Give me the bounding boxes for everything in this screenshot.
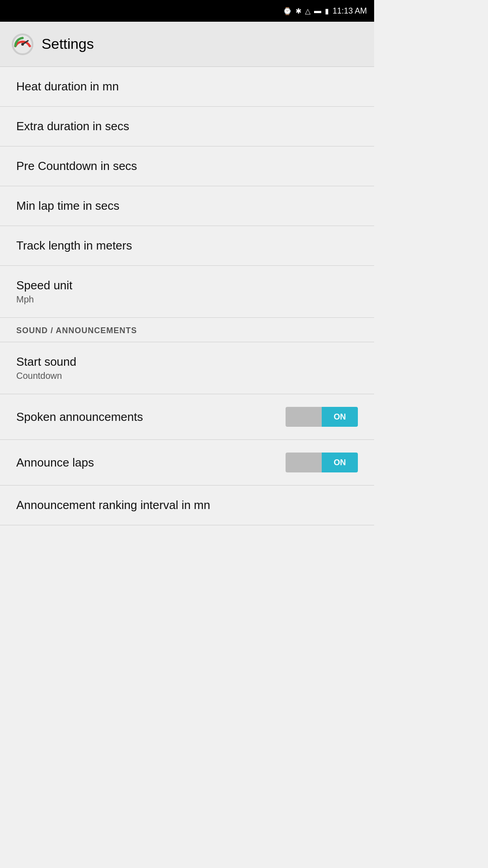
signal-icon: ▬ xyxy=(314,7,321,15)
spoken-announcements-toggle[interactable]: ON xyxy=(286,407,358,427)
status-time: 11:13 AM xyxy=(333,6,367,16)
setting-speed-unit-value: Mph xyxy=(16,294,72,305)
bluetooth-icon2: ✱ xyxy=(296,7,301,15)
app-bar: Settings xyxy=(0,22,374,67)
setting-extra-duration-label: Extra duration in secs xyxy=(16,119,129,133)
setting-track-length-label: Track length in meters xyxy=(16,239,132,253)
setting-extra-duration[interactable]: Extra duration in secs xyxy=(0,107,374,146)
setting-speed-unit[interactable]: Speed unit Mph xyxy=(0,266,374,318)
app-logo xyxy=(11,33,34,56)
setting-min-lap-time[interactable]: Min lap time in secs xyxy=(0,186,374,226)
setting-pre-countdown-label: Pre Countdown in secs xyxy=(16,159,137,173)
toggle-on-spoken: ON xyxy=(322,407,358,427)
setting-heat-duration-label: Heat duration in mn xyxy=(16,80,119,94)
setting-start-sound-value: Countdown xyxy=(16,371,76,381)
setting-announce-laps-label: Announce laps xyxy=(16,456,94,470)
setting-start-sound[interactable]: Start sound Countdown xyxy=(0,342,374,394)
toggle-off-spoken xyxy=(286,407,322,427)
setting-announcement-ranking-label: Announcement ranking interval in mn xyxy=(16,498,210,512)
setting-spoken-label: Spoken announcements xyxy=(16,410,143,424)
setting-min-lap-time-label: Min lap time in secs xyxy=(16,199,119,213)
setting-start-sound-label: Start sound xyxy=(16,355,76,369)
setting-announce-laps[interactable]: Announce laps ON xyxy=(0,440,374,486)
setting-pre-countdown[interactable]: Pre Countdown in secs xyxy=(0,146,374,186)
battery-icon: ▮ xyxy=(325,7,329,15)
status-bar: ⌚ ✱ △ ▬ ▮ 11:13 AM xyxy=(0,0,374,22)
section-sound-label: SOUND / ANNOUNCEMENTS xyxy=(16,326,137,335)
settings-content: Heat duration in mn Extra duration in se… xyxy=(0,67,374,525)
announce-laps-toggle[interactable]: ON xyxy=(286,453,358,472)
toggle-on-laps: ON xyxy=(322,453,358,472)
setting-track-length[interactable]: Track length in meters xyxy=(0,226,374,266)
bluetooth-icon: ⌚ xyxy=(283,7,292,15)
setting-announcement-ranking[interactable]: Announcement ranking interval in mn xyxy=(0,486,374,525)
wifi-icon: △ xyxy=(305,7,310,15)
status-icons: ⌚ ✱ △ ▬ ▮ 11:13 AM xyxy=(283,6,367,16)
setting-spoken-announcements[interactable]: Spoken announcements ON xyxy=(0,394,374,440)
setting-speed-unit-label: Speed unit xyxy=(16,278,72,292)
setting-heat-duration[interactable]: Heat duration in mn xyxy=(0,67,374,107)
section-sound-announcements: SOUND / ANNOUNCEMENTS xyxy=(0,318,374,342)
toggle-off-laps xyxy=(286,453,322,472)
app-title: Settings xyxy=(42,36,94,52)
svg-point-2 xyxy=(21,43,24,46)
